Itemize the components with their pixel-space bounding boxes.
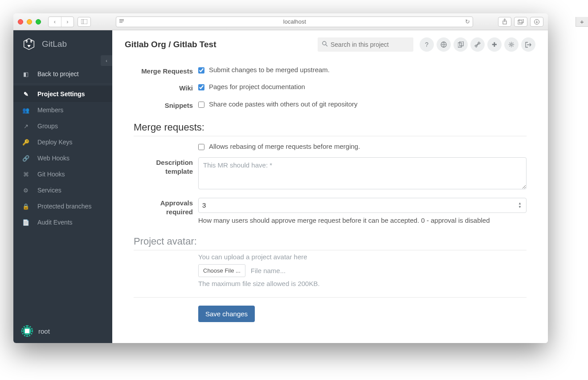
sidebar-back-label: Back to project [37, 70, 79, 78]
sidebar-item-label: Services [37, 187, 61, 194]
forward-button[interactable]: › [61, 17, 74, 27]
svg-point-15 [26, 41, 27, 42]
project-search[interactable] [318, 37, 413, 52]
sidebar-item-git-hooks[interactable]: ⌘Git Hooks [13, 166, 112, 182]
collapse-sidebar-button[interactable]: ‹ [101, 55, 112, 66]
back-button[interactable]: ‹ [49, 17, 61, 27]
breadcrumb[interactable]: Gitlab Org / Gitlab Test [125, 40, 216, 49]
svg-rect-4 [119, 22, 122, 23]
url-bar[interactable]: localhost ↻ [116, 16, 473, 27]
tabs-button[interactable] [514, 17, 527, 27]
downloads-button[interactable] [530, 17, 543, 27]
search-input[interactable] [331, 41, 409, 48]
settings-button[interactable] [504, 37, 519, 52]
sidebar-item-label: Members [37, 106, 63, 114]
minimize-window-icon[interactable] [27, 19, 32, 25]
sidebar-item-protected-branches[interactable]: 🔒Protected branches [13, 198, 112, 214]
sidebar-item-label: Deploy Keys [37, 139, 73, 146]
sidebar-item-label: Audit Events [37, 219, 73, 226]
groups-icon: ↗ [22, 123, 29, 130]
avatar-hint: You can upload a project avatar here [198, 253, 527, 261]
feature-desc: Share code pastes with others out of git… [209, 100, 358, 108]
reader-icon [119, 18, 124, 25]
sidebar-item-deploy-keys[interactable]: 🔑Deploy Keys [13, 134, 112, 150]
avatar-icon [21, 325, 33, 337]
services-icon: ⚙ [22, 187, 29, 194]
audit-events-icon: 📄 [22, 219, 29, 226]
sidebar-item-label: Groups [37, 123, 58, 130]
svg-line-18 [326, 45, 327, 46]
maximize-window-icon[interactable] [36, 19, 41, 25]
sidebar-item-label: Git Hooks [37, 171, 65, 178]
divider [134, 297, 527, 298]
browser-window: ‹ › localhost ↻ + [13, 13, 548, 343]
sidebar-item-services[interactable]: ⚙Services [13, 182, 112, 198]
sidebar-item-label: Web Hooks [37, 155, 69, 162]
feature-merge-requests: Merge Requests Submit changes to be merg… [134, 62, 527, 79]
reload-icon[interactable]: ↻ [465, 18, 470, 25]
template-label: Description template [134, 157, 198, 176]
feature-label: Merge Requests [134, 66, 198, 76]
explore-button[interactable] [437, 37, 451, 52]
back-icon: ◧ [22, 71, 29, 78]
feature-desc: Pages for project documentation [209, 83, 305, 90]
sidebar-user[interactable]: root [13, 319, 112, 343]
sidebar-toggle-button[interactable] [78, 17, 91, 27]
svg-rect-2 [119, 19, 124, 20]
feature-snippets: Snippets Share code pastes with others o… [134, 97, 527, 114]
traffic-lights [18, 19, 41, 25]
close-window-icon[interactable] [18, 19, 23, 25]
topbar: Gitlab Org / Gitlab Test ? [112, 30, 548, 56]
choose-file-button[interactable]: Choose File ... [198, 264, 245, 277]
gitlab-logo-icon [21, 37, 37, 52]
sidebar-back-to-project[interactable]: ◧ Back to project [13, 66, 112, 82]
merge-requests-checkbox[interactable] [198, 67, 204, 74]
svg-rect-3 [119, 20, 124, 21]
svg-point-17 [323, 41, 326, 45]
brand[interactable]: GitLab [13, 30, 112, 56]
signout-button[interactable] [521, 37, 535, 52]
deploy-keys-icon: 🔑 [22, 139, 29, 146]
feature-wiki: Wiki Pages for project documentation [134, 79, 527, 96]
feature-desc: Submit changes to be merged upstream. [209, 66, 330, 74]
git-hooks-icon: ⌘ [22, 171, 29, 178]
mr-approvals-row: Approvals required ▲▼ How many users sho… [134, 194, 527, 228]
rebase-checkbox[interactable] [198, 144, 204, 150]
svg-rect-8 [519, 19, 523, 23]
stepper-spin-icon[interactable]: ▲▼ [518, 200, 524, 211]
sidebar-item-project-settings[interactable]: ✎Project Settings [13, 86, 112, 102]
admin-button[interactable] [470, 37, 485, 52]
save-changes-button[interactable]: Save changes [198, 306, 255, 322]
approvals-stepper[interactable]: ▲▼ [198, 198, 527, 213]
sidebar-item-audit-events[interactable]: 📄Audit Events [13, 214, 112, 230]
main-panel: Gitlab Org / Gitlab Test ? [112, 30, 548, 343]
sidebar-item-web-hooks[interactable]: 🔗Web Hooks [13, 150, 112, 166]
sidebar-item-members[interactable]: 👥Members [13, 102, 112, 118]
search-icon [322, 41, 328, 48]
approvals-input[interactable] [202, 201, 523, 209]
rebase-desc: Allows rebasing of merge requests before… [209, 143, 360, 150]
approvals-label: Approvals required [134, 198, 198, 217]
approvals-help: How many users should approve merge requ… [198, 217, 527, 224]
avatar-filename: File name... [251, 267, 286, 274]
sidebar-item-groups[interactable]: ↗Groups [13, 118, 112, 134]
copy-button[interactable] [453, 37, 468, 52]
description-template-input[interactable] [198, 157, 527, 189]
help-button[interactable]: ? [420, 37, 434, 52]
mr-template-row: Description template [134, 154, 527, 194]
wiki-checkbox[interactable] [198, 84, 204, 90]
sidebar: GitLab ‹ ◧ Back to project ✎Project Sett… [13, 30, 112, 343]
svg-point-22 [510, 44, 512, 45]
section-project-avatar: Project avatar: [134, 236, 527, 250]
share-button[interactable] [498, 17, 511, 27]
snippets-checkbox[interactable] [198, 102, 204, 108]
brand-text: GitLab [42, 39, 67, 49]
url-text: localhost [127, 18, 462, 25]
feature-label: Wiki [134, 83, 198, 93]
new-button[interactable]: ✚ [487, 37, 502, 52]
browser-chrome: ‹ › localhost ↻ [13, 13, 548, 30]
project-settings-icon: ✎ [22, 91, 29, 98]
svg-point-16 [31, 41, 32, 42]
svg-marker-11 [24, 39, 34, 50]
sidebar-item-label: Project Settings [37, 90, 85, 98]
